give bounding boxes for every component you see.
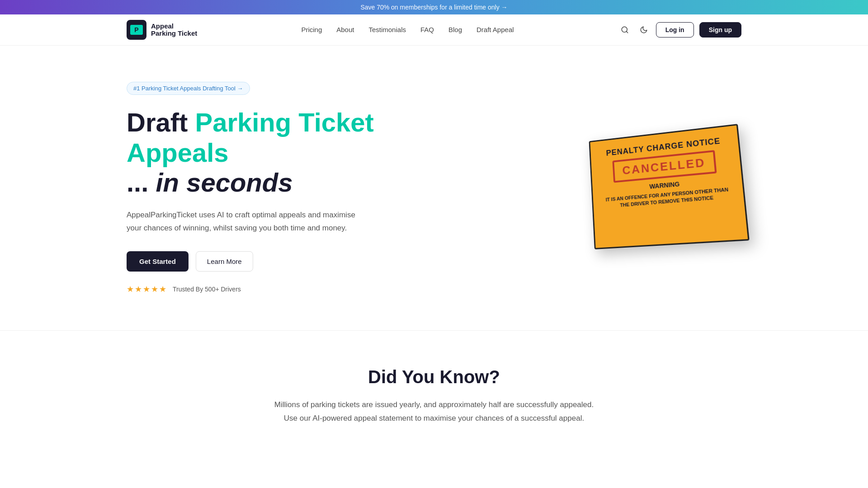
nav-blog[interactable]: Blog [448, 26, 462, 33]
hero-heading-suffix: ... [127, 168, 156, 197]
logo-icon [127, 20, 146, 40]
why-use-section: Why use AppealParkingTicket? [0, 462, 868, 488]
trust-stars: ★★★★★ [127, 284, 167, 294]
nav-testimonials[interactable]: Testimonials [368, 26, 406, 33]
did-you-know-title: Did You Know? [127, 367, 741, 387]
signup-button[interactable]: Sign up [699, 22, 741, 38]
logo-line1: Appeal [151, 23, 197, 30]
top-banner: Save 70% on memberships for a limited ti… [0, 0, 868, 14]
moon-icon [640, 26, 648, 34]
notice-cancelled-text: CANCELLED [618, 155, 710, 178]
hero-left: #1 Parking Ticket Appeals Drafting Tool … [127, 82, 407, 294]
hero-heading-italic: in seconds [156, 168, 292, 197]
hero-section: #1 Parking Ticket Appeals Drafting Tool … [0, 46, 868, 330]
nav-draft-appeal[interactable]: Draft Appeal [476, 26, 514, 33]
learn-more-button[interactable]: Learn More [196, 251, 253, 272]
penalty-notice-image: PENALTY CHARGE NOTICE CANCELLED WARNING … [589, 124, 750, 249]
nav-pricing[interactable]: Pricing [301, 26, 322, 33]
did-you-know-body: Millions of parking tickets are issued y… [271, 398, 597, 426]
nav-right: Log in Sign up [618, 22, 741, 38]
did-you-know-section: Did You Know? Millions of parking ticket… [0, 330, 868, 462]
hero-subtext: AppealParkingTicket uses AI to craft opt… [127, 209, 362, 235]
get-started-button[interactable]: Get Started [127, 251, 189, 272]
hero-heading-draft: Draft [127, 108, 195, 137]
search-icon [621, 26, 629, 34]
hero-heading: Draft Parking Ticket Appeals ... in seco… [127, 108, 407, 198]
hero-right: PENALTY CHARGE NOTICE CANCELLED WARNING … [470, 131, 741, 244]
trust-text: Trusted By 500+ Drivers [173, 286, 241, 293]
svg-line-1 [626, 31, 627, 33]
banner-text: Save 70% on memberships for a limited ti… [360, 4, 507, 11]
nav-faq[interactable]: FAQ [420, 26, 434, 33]
hero-buttons: Get Started Learn More [127, 251, 407, 272]
login-button[interactable]: Log in [656, 22, 694, 38]
logo-text: Appeal Parking Ticket [151, 23, 197, 38]
nav-links: Pricing About Testimonials FAQ Blog Draf… [301, 26, 514, 34]
search-button[interactable] [618, 23, 632, 37]
logo[interactable]: Appeal Parking Ticket [127, 20, 197, 40]
hero-badge[interactable]: #1 Parking Ticket Appeals Drafting Tool … [127, 82, 250, 95]
hero-trust: ★★★★★ Trusted By 500+ Drivers [127, 284, 407, 294]
logo-p-icon [130, 25, 143, 35]
theme-toggle-button[interactable] [637, 23, 651, 37]
nav-about[interactable]: About [336, 26, 354, 33]
logo-line2: Parking Ticket [151, 30, 197, 38]
navbar: Appeal Parking Ticket Pricing About Test… [0, 14, 868, 46]
